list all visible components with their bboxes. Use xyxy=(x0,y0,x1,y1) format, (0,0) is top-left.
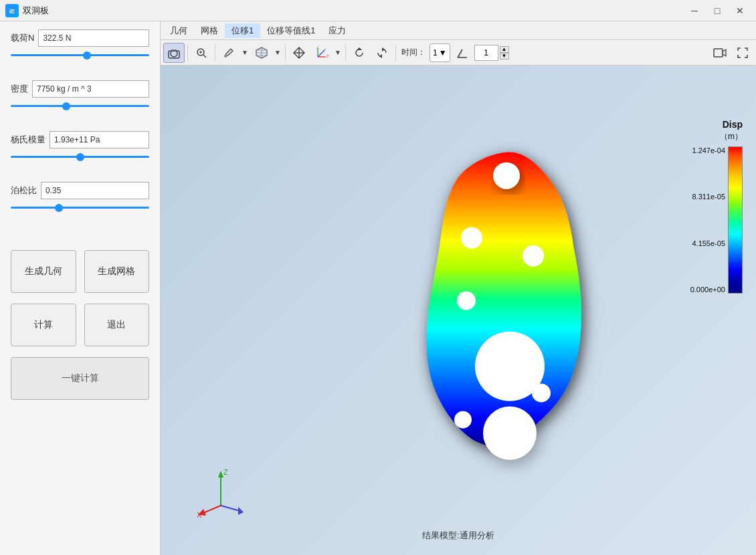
menu-bar: 几何 网格 位移1 位移等值线1 应力 xyxy=(161,21,756,40)
minimize-button[interactable]: ─ xyxy=(684,3,705,19)
poisson-param-group: 泊松比 xyxy=(11,182,149,213)
search-button[interactable] xyxy=(191,43,212,63)
chevron-down-icon: ▼ xyxy=(439,48,447,58)
svg-point-34 xyxy=(483,407,537,460)
svg-point-33 xyxy=(532,384,551,403)
svg-marker-43 xyxy=(238,507,244,515)
load-slider-thumb[interactable] xyxy=(83,51,91,60)
gen-geo-button[interactable]: 生成几何 xyxy=(11,250,76,293)
menu-item-mesh[interactable]: 网格 xyxy=(194,23,225,38)
one-click-button[interactable]: 一键计算 xyxy=(11,357,149,400)
svg-marker-23 xyxy=(379,54,382,58)
svg-point-30 xyxy=(523,245,544,267)
svg-text:Z: Z xyxy=(223,468,228,476)
window-title: 双洞板 xyxy=(23,5,684,17)
poisson-input[interactable] xyxy=(41,182,149,199)
youngs-param-group: 杨氏模量 xyxy=(11,131,149,162)
viewport[interactable]: Z X Disp （m） 1.247e-04 8.311e-0 xyxy=(161,66,756,555)
poisson-label: 泊松比 xyxy=(11,185,37,197)
legend-mid1: 8.311e-05 xyxy=(692,193,725,201)
axes-button[interactable]: X Z xyxy=(311,43,333,63)
youngs-slider-thumb[interactable] xyxy=(76,153,84,161)
svg-marker-21 xyxy=(357,47,362,50)
density-slider-thumb[interactable] xyxy=(62,102,70,110)
svg-text:Z: Z xyxy=(316,46,320,49)
left-panel: 载荷N 密度 杨氏模量 xyxy=(0,21,161,555)
app-icon: iE xyxy=(5,4,19,17)
svg-text:X: X xyxy=(197,511,202,519)
svg-line-25 xyxy=(458,49,462,58)
menu-item-contour[interactable]: 位移等值线1 xyxy=(260,23,322,38)
camera-button[interactable] xyxy=(163,43,185,63)
status-text: 结果模型:通用分析 xyxy=(422,530,494,542)
move-button[interactable] xyxy=(288,43,310,63)
legend-min: 0.000e+00 xyxy=(690,286,725,294)
legend-title2: （m） xyxy=(720,131,743,142)
step-input-group: ▲ ▼ xyxy=(474,45,509,61)
svg-line-6 xyxy=(203,55,206,58)
svg-text:iE: iE xyxy=(9,8,15,15)
svg-text:X: X xyxy=(326,53,328,58)
video-button[interactable] xyxy=(709,43,731,63)
compute-button[interactable]: 计算 xyxy=(11,304,76,346)
legend-title1: Disp xyxy=(723,119,743,130)
load-param-group: 载荷N xyxy=(11,29,149,60)
svg-point-31 xyxy=(457,292,476,310)
brush-button[interactable] xyxy=(218,43,240,63)
load-label: 载荷N xyxy=(11,32,34,44)
menu-item-disp1[interactable]: 位移1 xyxy=(225,23,260,38)
title-bar: iE 双洞板 ─ □ ✕ xyxy=(0,0,756,21)
brush-group: ▼ xyxy=(218,43,250,63)
cube-button[interactable] xyxy=(251,43,272,63)
main-content: 载荷N 密度 杨氏模量 xyxy=(0,21,756,555)
svg-line-42 xyxy=(221,506,240,511)
time-label: 时间： xyxy=(401,47,426,58)
youngs-input[interactable] xyxy=(50,131,149,148)
svg-marker-22 xyxy=(382,47,385,51)
legend-container: 1.247e-04 8.311e-05 4.155e-05 0.000e+00 xyxy=(690,146,743,294)
time-dropdown[interactable]: 1 ▼ xyxy=(430,43,450,62)
rotate-button[interactable] xyxy=(349,43,370,63)
angle-button[interactable] xyxy=(452,43,473,63)
exit-button[interactable]: 退出 xyxy=(84,304,150,346)
step-up-btn[interactable]: ▲ xyxy=(500,46,509,53)
axes-group: X Z ▼ xyxy=(311,43,343,63)
legend-max: 1.247e-04 xyxy=(692,146,725,154)
legend-labels-left: 1.247e-04 8.311e-05 4.155e-05 0.000e+00 xyxy=(690,146,725,294)
legend-gradient-bar xyxy=(728,146,743,294)
menu-item-stress[interactable]: 应力 xyxy=(322,23,353,38)
svg-line-39 xyxy=(202,506,221,514)
expand-button[interactable] xyxy=(732,43,753,63)
time-value: 1 xyxy=(433,48,438,58)
button-row-1: 生成几何 生成网格 xyxy=(11,250,149,293)
step-input[interactable] xyxy=(474,45,498,61)
step-spinner: ▲ ▼ xyxy=(500,46,509,60)
density-param-group: 密度 xyxy=(11,80,149,111)
gen-mesh-button[interactable]: 生成网格 xyxy=(84,250,150,293)
svg-marker-37 xyxy=(218,471,223,477)
density-label: 密度 xyxy=(11,83,28,95)
axes-indicator: Z X xyxy=(194,465,248,522)
cube-group: ▼ xyxy=(251,43,282,63)
density-input[interactable] xyxy=(32,80,149,98)
button-row-2: 计算 退出 xyxy=(11,304,149,346)
brush-dropdown-btn[interactable]: ▼ xyxy=(240,43,250,63)
svg-rect-26 xyxy=(714,49,723,57)
maximize-button[interactable]: □ xyxy=(706,3,728,19)
close-button[interactable]: ✕ xyxy=(729,3,751,19)
svg-point-35 xyxy=(454,411,472,429)
cube-dropdown-btn[interactable]: ▼ xyxy=(273,43,282,63)
svg-point-9 xyxy=(224,55,227,58)
3d-shape xyxy=(386,139,627,496)
step-down-btn[interactable]: ▼ xyxy=(500,53,509,60)
legend-mid2: 4.155e-05 xyxy=(692,239,725,247)
menu-item-geometry[interactable]: 几何 xyxy=(163,23,194,38)
axes-dropdown-btn[interactable]: ▼ xyxy=(333,43,343,63)
load-input[interactable] xyxy=(38,29,149,47)
window-controls: ─ □ ✕ xyxy=(684,3,751,19)
right-panel: 几何 网格 位移1 位移等值线1 应力 xyxy=(161,21,756,555)
youngs-label: 杨氏模量 xyxy=(11,134,45,146)
poisson-slider-thumb[interactable] xyxy=(55,204,63,212)
svg-point-29 xyxy=(461,227,482,249)
refresh-button[interactable] xyxy=(371,43,393,63)
